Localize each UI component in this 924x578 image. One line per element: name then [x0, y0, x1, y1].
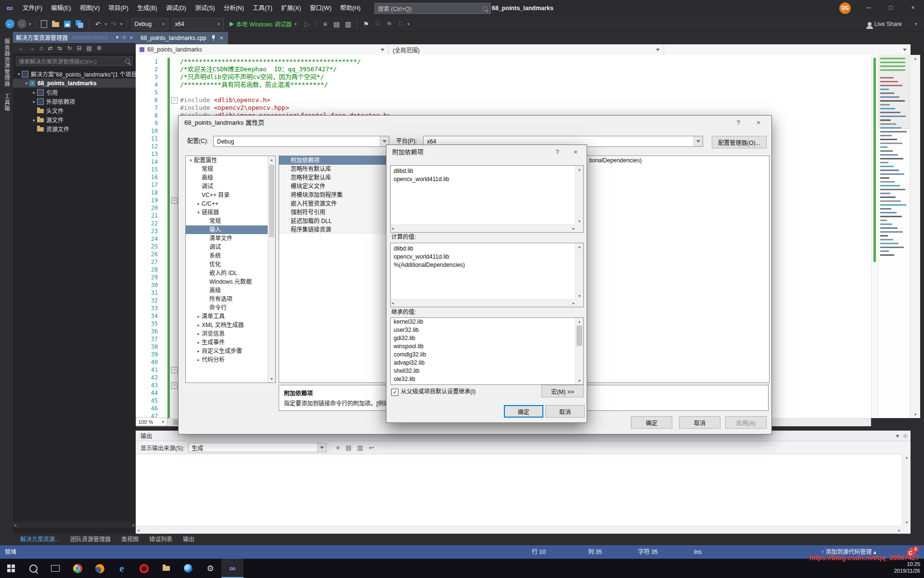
scroll-right-icon[interactable]: ▸: [132, 523, 135, 527]
property-category-高级[interactable]: 高级: [186, 286, 275, 295]
menu-item[interactable]: 生成(B): [133, 0, 162, 16]
minimize-button[interactable]: ─: [858, 0, 880, 16]
refresh-icon[interactable]: ↻: [67, 45, 72, 52]
property-category-Windows 元数据[interactable]: Windows 元数据: [186, 277, 275, 286]
navigate-back-button[interactable]: ←: [5, 19, 14, 28]
property-category-代码分析[interactable]: ▸代码分析: [186, 355, 275, 364]
output-vscrollbar[interactable]: ▴ ▾: [902, 454, 911, 526]
scroll-left-icon[interactable]: ◂: [137, 528, 140, 533]
close-tab-icon[interactable]: ×: [220, 35, 223, 41]
close-icon[interactable]: ×: [130, 35, 133, 40]
close-dialog-button[interactable]: ×: [567, 145, 584, 159]
taskbar-media-app-icon[interactable]: [177, 559, 199, 578]
solution-explorer-search-input[interactable]: 搜索解决方案资源管理器(Ctrl+;): [16, 56, 133, 66]
clear-bookmarks-icon[interactable]: ⚐: [397, 19, 404, 29]
undo-dropdown-icon[interactable]: ▾: [105, 22, 107, 26]
tree-vscrollbar[interactable]: ▴ ▾: [268, 156, 275, 382]
menu-item[interactable]: 窗口(W): [306, 0, 336, 16]
expanded-icon[interactable]: ▾: [188, 156, 194, 165]
undo-icon[interactable]: ↶: [94, 19, 102, 29]
quick-search-box[interactable]: 搜索 (Ctrl+Q): [374, 3, 491, 14]
collapsed-icon[interactable]: ▸: [31, 118, 37, 122]
close-button[interactable]: ×: [902, 0, 924, 16]
property-category-VC++ 目录[interactable]: VC++ 目录: [186, 191, 275, 199]
solution-explorer-hscrollbar[interactable]: ◂ ▸: [13, 522, 136, 528]
window-position-icon[interactable]: ▾: [896, 433, 899, 439]
inherited-entry[interactable]: advapi32.lib: [391, 359, 583, 367]
taskbar-opera-icon[interactable]: [133, 559, 155, 578]
scroll-up-icon[interactable]: ▴: [910, 56, 921, 61]
property-category-常规[interactable]: 常规: [186, 217, 275, 225]
edit-hscrollbar[interactable]: ◂▸: [391, 224, 576, 232]
scrollbar-annotation-strip[interactable]: [871, 55, 878, 418]
scroll-down-icon[interactable]: ▾: [910, 412, 921, 417]
help-button[interactable]: ?: [549, 145, 565, 159]
tree-item-引用[interactable]: ▸引用: [13, 88, 136, 97]
live-share-button[interactable]: Live Share: [868, 16, 902, 32]
inherit-checkbox-label[interactable]: 从父级或项目默认设置继承(I): [401, 386, 475, 397]
menu-item[interactable]: 工具(T): [248, 0, 277, 16]
inherited-entry[interactable]: kernel32.lib: [391, 318, 583, 326]
apply-button[interactable]: 应用(A): [725, 416, 767, 429]
code-minimap[interactable]: [878, 55, 910, 418]
back-icon[interactable]: ←: [18, 45, 24, 52]
menu-item[interactable]: 文件(F): [18, 0, 47, 16]
menu-item[interactable]: 项目(P): [104, 0, 133, 16]
property-categories-tree[interactable]: ▾配置属性常规高级调试VC++ 目录▸C/C++▾链接器常规输入清单文件调试系统…: [185, 156, 276, 383]
property-category-嵌入的 IDL[interactable]: 嵌入的 IDL: [186, 269, 275, 277]
menu-item[interactable]: 编辑(E): [47, 0, 76, 16]
output-hscrollbar[interactable]: ◂ ▸: [136, 526, 902, 534]
inherited-entry[interactable]: winspool.lib: [391, 342, 583, 351]
project-dropdown[interactable]: 68_points_landmarks: [136, 44, 389, 55]
sync-active-document-icon[interactable]: ⇆: [57, 45, 62, 52]
expanded-icon[interactable]: ▾: [195, 208, 202, 217]
scrollbar-thumb[interactable]: [269, 165, 274, 237]
ok-button[interactable]: 确定: [504, 405, 543, 418]
collapsed-icon[interactable]: ▸: [31, 90, 37, 95]
start-without-debugging-icon[interactable]: ▷: [303, 19, 311, 29]
scope-dropdown[interactable]: (全局范围): [389, 44, 664, 55]
combo-dropdown-button[interactable]: [693, 136, 703, 146]
tool-tab-解决方案资源...[interactable]: 解决方案资源...: [16, 534, 64, 545]
solution-explorer-header[interactable]: 解决方案资源管理器 ▾ ⊹ ×: [13, 32, 136, 43]
user-avatar[interactable]: QG: [839, 2, 851, 14]
inherited-entry[interactable]: ole32.lib: [391, 375, 583, 383]
output-source-combo[interactable]: 生成: [188, 443, 327, 452]
start-debugging-button[interactable]: 本地 Windows 调试器 ▾: [230, 20, 298, 28]
side-tab-工具箱[interactable]: 工具箱: [3, 93, 11, 112]
open-file-icon[interactable]: [52, 22, 59, 27]
expanded-icon[interactable]: ▾: [24, 81, 29, 86]
side-tab-服务器资源管理器[interactable]: 服务器资源管理器: [3, 39, 11, 87]
comment-lines-icon[interactable]: ▥: [344, 19, 352, 29]
property-category-链接器[interactable]: ▾链接器: [186, 208, 275, 217]
next-bookmark-icon[interactable]: ⚑: [385, 19, 393, 29]
inherit-checkbox[interactable]: ✓: [391, 389, 398, 396]
scroll-up-icon[interactable]: ▴: [902, 455, 911, 460]
property-category-系统[interactable]: 系统: [186, 251, 275, 260]
ok-button[interactable]: 确定: [631, 416, 672, 429]
tree-item-解决方案"68_points_landmarks"(1 个项目)[interactable]: ▾解决方案"68_points_landmarks"(1 个项目): [13, 69, 136, 79]
property-category-配置属性[interactable]: ▾配置属性: [186, 156, 275, 165]
forward-icon[interactable]: →: [29, 45, 35, 52]
fold-collapse-icon[interactable]: −: [171, 367, 178, 373]
tree-item-源文件[interactable]: ▸源文件: [13, 115, 136, 124]
scroll-right-icon[interactable]: ▸: [898, 528, 900, 533]
collapsed-icon[interactable]: ▸: [195, 338, 202, 347]
bookmark-icon[interactable]: ⚑: [362, 19, 370, 29]
taskbar-start-icon[interactable]: [0, 559, 22, 578]
inherited-entry[interactable]: user32.lib: [391, 326, 583, 334]
clear-all-icon[interactable]: ▤: [346, 444, 351, 451]
computed-value-box[interactable]: dlibd.libopencv_world411d.lib%(Additiona…: [390, 243, 584, 307]
taskbar-visual-studio-icon[interactable]: ∞: [221, 559, 244, 578]
taskbar-chrome-icon[interactable]: [66, 559, 89, 578]
tree-item-外部依赖项[interactable]: ▸外部依赖项: [13, 97, 136, 106]
property-category-常规[interactable]: 常规: [186, 165, 275, 173]
switch-views-icon[interactable]: ⇄: [48, 45, 52, 52]
editor-tab-active[interactable]: 68_points_landmarks.cpp ×: [136, 32, 228, 44]
word-wrap-icon[interactable]: ▥: [357, 444, 363, 451]
collapsed-icon[interactable]: ▸: [195, 312, 202, 321]
collapsed-icon[interactable]: ▸: [195, 321, 202, 329]
taskbar-settings-icon[interactable]: ⚙: [199, 559, 221, 578]
collapsed-icon[interactable]: ▸: [195, 199, 202, 208]
editor-zoom-control[interactable]: 100 % ▾: [136, 418, 167, 426]
